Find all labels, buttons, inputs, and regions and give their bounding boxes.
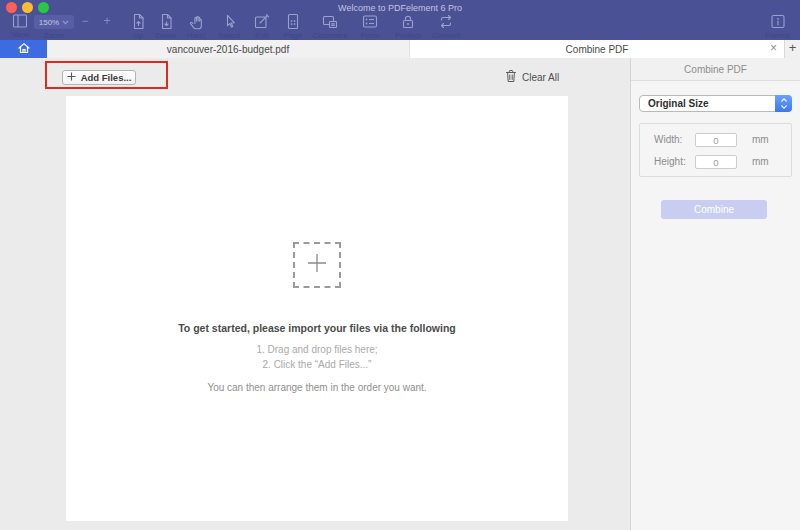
plus-icon — [305, 251, 329, 279]
edit-icon — [253, 13, 271, 30]
form-icon — [361, 13, 379, 30]
format-button[interactable]: Format — [758, 13, 798, 40]
combine-workspace: Add Files... Clear All T — [0, 58, 630, 530]
toolbar-tool-comment[interactable]: Comment — [310, 13, 350, 40]
toolbar-tool-protect[interactable]: Protect — [388, 13, 428, 40]
height-label: Height: — [654, 154, 686, 170]
height-input[interactable] — [695, 155, 737, 169]
comment-icon — [321, 13, 339, 30]
instructions-note: You can then arrange them in the order y… — [66, 382, 568, 393]
chevron-down-icon — [62, 18, 69, 27]
select-stepper-icon — [775, 95, 792, 112]
height-row: Height: mm — [640, 154, 791, 170]
width-unit: mm — [752, 132, 769, 148]
toolbar-tool-page[interactable]: Page — [273, 13, 313, 40]
zoom-level-select[interactable]: 150% — [34, 15, 74, 29]
clear-all-button[interactable]: Clear All — [505, 69, 559, 85]
toolbar: View 150% − + Zoom — [0, 13, 800, 40]
plus-icon — [67, 72, 76, 83]
window-title: Welcome to PDFelement 6 Pro — [0, 3, 800, 13]
height-unit: mm — [752, 154, 769, 170]
hand-icon — [187, 13, 205, 30]
info-format-icon — [769, 13, 787, 30]
lock-icon — [399, 13, 417, 30]
tab-combine-pdf[interactable]: Combine PDF × — [410, 40, 784, 58]
zoom-group-label: Zoom — [30, 31, 78, 40]
page-up-icon — [129, 13, 147, 30]
view-label: View — [11, 30, 28, 39]
new-tab-button[interactable]: + — [784, 40, 800, 58]
sidebar-icon — [11, 13, 29, 29]
combine-pdf-panel: Combine PDF Original Size Width: mm Heig… — [630, 58, 800, 530]
instruction-step-2: 2. Click the “Add Files...” — [66, 359, 568, 370]
close-tab-button[interactable]: × — [770, 40, 777, 58]
toolbar-tool-convert[interactable]: Convert — [426, 13, 466, 40]
instruction-step-1: 1. Drag and drop files here; — [66, 344, 568, 355]
width-label: Width: — [654, 132, 682, 148]
home-icon — [16, 40, 32, 59]
drop-zone[interactable] — [293, 242, 341, 288]
tab-bar: vancouver-2016-budget.pdf Combine PDF × … — [0, 40, 800, 58]
convert-icon — [437, 13, 455, 30]
zoom-value: 150% — [39, 18, 59, 27]
zoom-out-button[interactable]: − — [76, 15, 94, 29]
trash-icon — [505, 69, 517, 85]
tab-vancouver-2016-budget[interactable]: vancouver-2016-budget.pdf — [47, 40, 410, 58]
page-down-icon — [157, 13, 175, 30]
toolbar-tool-form[interactable]: Form — [350, 13, 390, 40]
zoom-in-button[interactable]: + — [98, 15, 116, 29]
pdfelement-window: Welcome to PDFelement 6 Pro View 150% — [0, 0, 800, 530]
dimensions-group: Width: mm Height: mm — [639, 123, 792, 177]
page-icon — [284, 13, 302, 30]
width-row: Width: mm — [640, 132, 791, 148]
combine-file-list-area[interactable]: To get started, please import your files… — [66, 96, 568, 521]
select-cursor-icon — [220, 13, 238, 30]
instructions-heading: To get started, please import your files… — [66, 322, 568, 334]
combine-button[interactable]: Combine — [661, 200, 767, 219]
panel-title: Combine PDF — [631, 58, 800, 81]
page-size-select[interactable]: Original Size — [639, 95, 792, 112]
width-input[interactable] — [695, 133, 737, 147]
titlebar-toolbar: Welcome to PDFelement 6 Pro View 150% — [0, 0, 800, 40]
home-tab-button[interactable] — [0, 40, 47, 58]
add-files-button[interactable]: Add Files... — [62, 70, 136, 85]
